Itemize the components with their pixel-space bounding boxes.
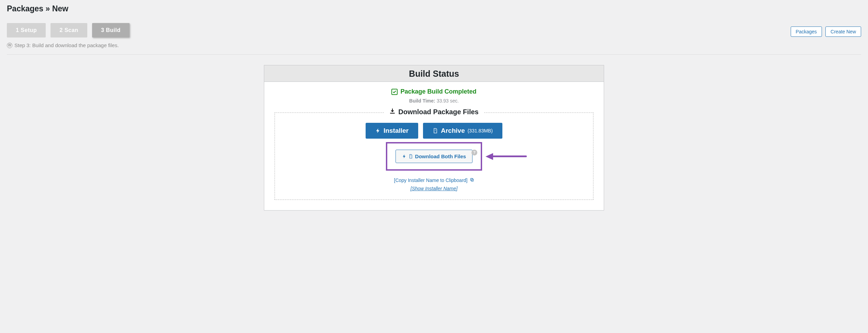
- copy-icon[interactable]: [470, 178, 474, 183]
- download-files-title-text: Download Package Files: [398, 108, 478, 116]
- help-icon[interactable]: ?: [471, 150, 477, 155]
- download-both-label: Download Both Files: [415, 153, 466, 159]
- archive-label: Archive: [441, 127, 465, 135]
- svg-rect-1: [470, 178, 473, 181]
- step-setup[interactable]: 1 Setup: [7, 23, 46, 37]
- installer-button[interactable]: Installer: [366, 123, 418, 139]
- download-files-title: Download Package Files: [385, 108, 483, 116]
- step-tabs: 1 Setup 2 Scan 3 Build: [7, 23, 130, 37]
- show-installer-link[interactable]: [Show Installer Name]: [411, 186, 458, 191]
- download-files-box: Download Package Files Installer Archive…: [275, 112, 593, 200]
- page-title: Packages » New: [7, 0, 861, 17]
- create-new-button[interactable]: Create New: [825, 26, 861, 37]
- archive-size: (331.83MB): [468, 128, 493, 133]
- svg-rect-0: [471, 179, 474, 181]
- download-both-highlight: Download Both Files ?: [386, 142, 482, 171]
- check-icon: [391, 89, 398, 95]
- download-both-button[interactable]: Download Both Files: [396, 150, 472, 163]
- build-time: Build Time: 33.93 sec.: [275, 98, 593, 104]
- step-description-text: Step 3: Build and download the package f…: [14, 42, 119, 48]
- bolt-icon: [402, 154, 407, 159]
- bolt-icon: [375, 128, 381, 133]
- step-scan[interactable]: 2 Scan: [51, 23, 87, 37]
- archive-icon: [433, 128, 438, 133]
- build-time-value: 33.93 sec.: [437, 98, 459, 104]
- step-build[interactable]: 3 Build: [92, 23, 130, 37]
- build-status-panel: Build Status Package Build Completed Bui…: [264, 65, 604, 211]
- wordpress-icon: W: [7, 43, 12, 48]
- packages-button[interactable]: Packages: [791, 26, 822, 37]
- build-status-header: Build Status: [264, 65, 604, 82]
- copy-installer-line: [Copy Installer Name to Clipboard]: [282, 178, 586, 183]
- build-status-text: Package Build Completed: [400, 88, 476, 95]
- build-time-label: Build Time:: [409, 98, 435, 104]
- build-completed-status: Package Build Completed: [275, 88, 593, 95]
- annotation-arrow: [486, 153, 527, 160]
- archive-icon: [409, 154, 413, 159]
- download-icon: [389, 108, 396, 116]
- installer-label: Installer: [383, 127, 409, 135]
- show-installer-line: [Show Installer Name]: [282, 186, 586, 191]
- copy-installer-link[interactable]: [Copy Installer Name to Clipboard]: [394, 178, 468, 183]
- step-description: W Step 3: Build and download the package…: [7, 42, 861, 55]
- archive-button[interactable]: Archive (331.83MB): [423, 123, 502, 139]
